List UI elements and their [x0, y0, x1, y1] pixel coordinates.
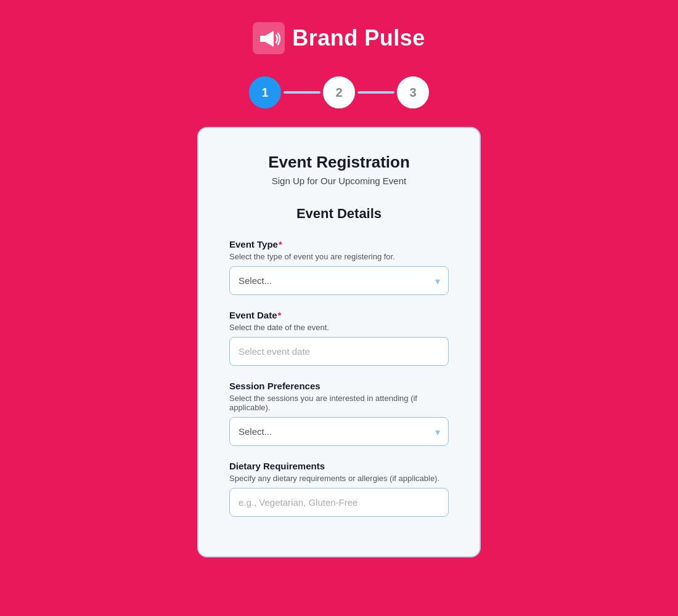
required-star: * — [279, 239, 282, 249]
dietary-requirements-desc: Specify any dietary requirements or alle… — [229, 474, 449, 483]
session-preferences-desc: Select the sessions you are interested i… — [229, 394, 449, 412]
step-1[interactable]: 1 — [249, 76, 281, 108]
event-type-select-wrapper: Select... ▾ — [229, 266, 449, 295]
step-3[interactable]: 3 — [397, 76, 429, 108]
session-preferences-field: Session Preferences Select the sessions … — [229, 381, 449, 446]
brand-logo-icon — [253, 22, 285, 54]
event-date-field: Event Date* Select the date of the event… — [229, 310, 449, 366]
event-type-desc: Select the type of event you are registe… — [229, 252, 449, 261]
event-date-input[interactable] — [229, 337, 449, 366]
event-date-desc: Select the date of the event. — [229, 323, 449, 332]
event-type-select[interactable]: Select... — [229, 266, 449, 295]
form-card: Event Registration Sign Up for Our Upcom… — [197, 127, 481, 557]
session-preferences-select-wrapper: Select... ▾ — [229, 417, 449, 446]
session-preferences-label: Session Preferences — [229, 381, 449, 391]
event-type-field: Event Type* Select the type of event you… — [229, 239, 449, 295]
step-indicator: 1 2 3 — [249, 76, 429, 108]
form-title: Event Registration — [229, 153, 449, 172]
dietary-requirements-field: Dietary Requirements Specify any dietary… — [229, 461, 449, 517]
event-type-label: Event Type* — [229, 239, 449, 249]
header: Brand Pulse — [253, 22, 425, 54]
form-subtitle: Sign Up for Our Upcoming Event — [229, 176, 449, 186]
dietary-requirements-input[interactable] — [229, 488, 449, 517]
step-connector-2-3 — [357, 91, 394, 94]
session-preferences-select[interactable]: Select... — [229, 417, 449, 446]
step-2[interactable]: 2 — [323, 76, 355, 108]
step-connector-1-2 — [284, 91, 321, 94]
required-star: * — [278, 310, 282, 320]
dietary-requirements-label: Dietary Requirements — [229, 461, 449, 471]
section-title: Event Details — [229, 206, 449, 222]
event-date-label: Event Date* — [229, 310, 449, 320]
brand-name: Brand Pulse — [292, 25, 425, 51]
